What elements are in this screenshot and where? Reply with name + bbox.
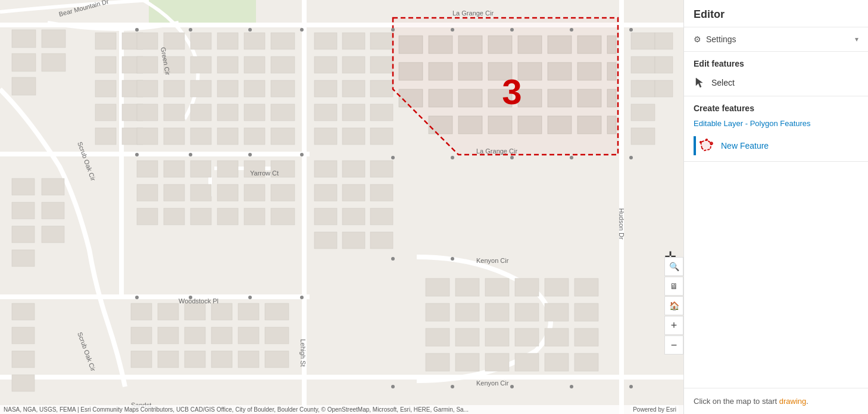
svg-rect-205 (485, 353, 509, 371)
select-label: Select (711, 78, 735, 87)
svg-point-218 (391, 156, 395, 159)
svg-rect-110 (370, 57, 393, 73)
svg-rect-62 (238, 303, 259, 320)
svg-rect-13 (12, 30, 36, 48)
svg-rect-54 (191, 128, 211, 145)
svg-point-232 (248, 153, 252, 156)
svg-point-214 (451, 28, 454, 32)
map-container[interactable]: 3 La Grange Cir La Grange Cir Bear Mount… (0, 0, 683, 414)
svg-rect-30 (191, 33, 211, 49)
svg-rect-79 (42, 202, 64, 219)
sidebar-title: Editor (684, 0, 868, 27)
svg-point-221 (570, 156, 573, 159)
polygon-icon-wrapper (694, 136, 715, 155)
svg-rect-187 (485, 278, 509, 296)
svg-rect-199 (485, 328, 509, 346)
svg-rect-134 (631, 80, 655, 97)
svg-point-227 (510, 385, 514, 388)
svg-point-223 (391, 257, 395, 261)
svg-rect-82 (12, 250, 35, 266)
svg-point-216 (570, 28, 573, 32)
svg-rect-127 (342, 208, 365, 225)
settings-toggle[interactable]: ⚙ Settings ▾ (684, 27, 868, 51)
svg-rect-68 (238, 327, 259, 344)
svg-rect-45 (271, 80, 295, 97)
svg-point-229 (629, 385, 633, 388)
svg-text:Kenyon Cir: Kenyon Cir (476, 380, 509, 387)
svg-rect-58 (131, 303, 152, 320)
svg-rect-186 (455, 278, 479, 296)
svg-rect-190 (574, 278, 598, 296)
svg-rect-84 (12, 327, 35, 344)
powered-by: Powered by Esri (630, 405, 679, 414)
svg-rect-73 (211, 351, 232, 368)
svg-rect-63 (265, 303, 289, 320)
svg-rect-206 (515, 353, 539, 371)
svg-rect-88 (164, 161, 185, 177)
svg-rect-76 (12, 178, 35, 195)
svg-rect-118 (342, 128, 365, 145)
svg-rect-121 (342, 161, 365, 177)
svg-rect-31 (217, 33, 238, 49)
svg-point-211 (248, 28, 252, 32)
gear-icon: ⚙ (694, 34, 701, 44)
svg-rect-202 (574, 328, 598, 346)
home-button[interactable]: 🏠 (664, 296, 683, 315)
svg-rect-128 (370, 208, 393, 225)
svg-rect-15 (12, 54, 36, 71)
svg-rect-3 (0, 152, 310, 156)
svg-rect-90 (217, 161, 238, 177)
svg-text:3: 3 (502, 72, 522, 112)
select-tool[interactable]: Select (684, 72, 868, 96)
svg-rect-204 (455, 353, 479, 371)
svg-rect-103 (244, 208, 265, 225)
svg-rect-20 (95, 57, 116, 73)
svg-rect-42 (191, 80, 211, 97)
map-controls: 🔍 🖥 🏠 + − (664, 257, 683, 355)
zoom-out-button[interactable]: − (664, 335, 683, 355)
svg-rect-104 (271, 208, 295, 225)
svg-rect-198 (455, 328, 479, 346)
svg-rect-36 (191, 57, 211, 73)
search-button[interactable]: 🔍 (664, 257, 683, 276)
footer-text-end: . (806, 397, 808, 406)
fullscreen-button[interactable]: 🖥 (664, 277, 683, 296)
svg-text:Lehigh St: Lehigh St (299, 339, 307, 366)
svg-rect-53 (164, 128, 185, 145)
svg-rect-85 (12, 351, 35, 368)
svg-rect-203 (426, 353, 449, 371)
svg-rect-193 (485, 303, 509, 321)
svg-point-213 (391, 28, 395, 32)
svg-rect-70 (131, 351, 152, 368)
svg-rect-61 (211, 303, 232, 320)
svg-rect-87 (137, 161, 158, 177)
svg-rect-188 (515, 278, 539, 296)
svg-rect-101 (191, 208, 211, 225)
svg-point-230 (135, 153, 139, 156)
svg-rect-106 (342, 33, 365, 49)
svg-rect-136 (631, 128, 655, 145)
svg-text:Hudson Dr: Hudson Dr (618, 208, 625, 240)
svg-point-233 (300, 153, 304, 156)
plus-icon: + (671, 319, 677, 332)
cursor-icon (694, 77, 705, 89)
new-feature-button[interactable]: New Feature (684, 133, 868, 161)
svg-rect-122 (370, 161, 393, 177)
svg-text:La Grange Cir: La Grange Cir (452, 10, 494, 17)
layer-name: Editable Layer - Polygon Features (684, 117, 868, 133)
svg-text:Woodstock Pl: Woodstock Pl (179, 297, 218, 305)
settings-section: ⚙ Settings ▾ (684, 27, 868, 52)
svg-rect-97 (244, 184, 265, 201)
search-icon: 🔍 (669, 262, 679, 271)
svg-rect-207 (545, 353, 569, 371)
svg-rect-74 (238, 351, 259, 368)
svg-rect-95 (191, 184, 211, 201)
svg-rect-135 (631, 104, 655, 121)
svg-point-212 (300, 28, 304, 32)
svg-rect-105 (314, 33, 337, 49)
svg-rect-12 (302, 208, 305, 414)
svg-rect-112 (342, 80, 365, 97)
svg-rect-120 (314, 161, 337, 177)
svg-rect-130 (342, 232, 365, 249)
zoom-in-button[interactable]: + (664, 316, 683, 335)
